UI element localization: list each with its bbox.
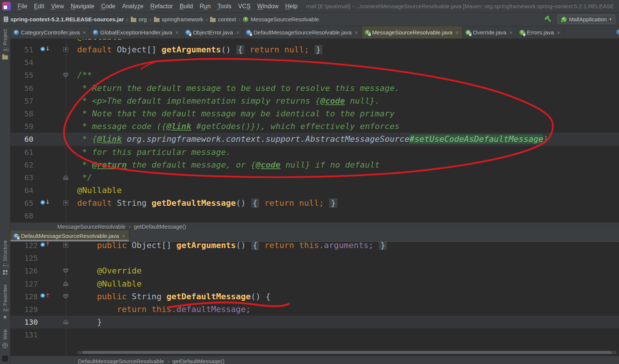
tab-override-java[interactable]: @Override.java×	[462, 26, 516, 39]
tool-button-2-favorites[interactable]: 2: Favorites★	[2, 284, 8, 320]
tool-button-web[interactable]: Web	[2, 329, 8, 348]
line-number[interactable]: 60	[24, 133, 33, 146]
line-number[interactable]: 54	[24, 56, 33, 69]
close-icon[interactable]: ×	[455, 29, 459, 36]
code-line[interactable]: 126 @Override	[10, 264, 619, 277]
code-line[interactable]: 57 * <p>The default implementation simpl…	[10, 95, 619, 107]
code-line[interactable]: 54	[10, 56, 619, 69]
fold-icon[interactable]	[63, 73, 68, 77]
tab-categorycontroller-java[interactable]: CCategoryController.java×	[10, 26, 90, 39]
code-line[interactable]: 129 return this.defaultMessage;	[10, 303, 619, 316]
line-number[interactable]: 63	[24, 171, 33, 184]
line-number[interactable]: 55	[24, 69, 33, 82]
run-configuration-select[interactable]: MallApplication ▾	[558, 15, 615, 24]
code-line[interactable]: 128↑ public String getDefaultMessage() {	[10, 290, 619, 303]
tab-messagesourceresolvable-java[interactable]: IMessageSourceResolvable.java×	[362, 26, 462, 39]
close-icon[interactable]: ×	[122, 233, 125, 239]
code-line[interactable]: 63 */	[10, 171, 619, 184]
line-number[interactable]: 122	[24, 242, 38, 252]
menu-item-view[interactable]: View	[48, 3, 67, 10]
fold-icon[interactable]	[63, 319, 68, 324]
code-line[interactable]: 131	[10, 328, 619, 341]
tab-globalexceptionhandler-java[interactable]: CGlobalExceptionHandler.java×	[90, 26, 182, 39]
line-number[interactable]: 127	[24, 278, 38, 290]
code-line[interactable]: 127 @Nullable	[10, 278, 619, 290]
tab-objecterror-java[interactable]: CObjectError.java×	[182, 26, 243, 39]
code-line[interactable]: 65↓+default String getDefaultMessage() {…	[10, 197, 619, 209]
code-line[interactable]: @Nullable	[10, 39, 619, 43]
code-line[interactable]: 130 }	[10, 316, 619, 328]
code-line[interactable]: 62 * @return the default message, or {@c…	[10, 159, 619, 171]
fold-icon[interactable]	[63, 294, 68, 299]
code-line[interactable]: 60 * {@link org.springframework.context.…	[10, 133, 619, 146]
line-number[interactable]: 56	[24, 82, 33, 95]
line-number[interactable]: 128	[24, 290, 38, 303]
menu-item-vcs[interactable]: VCS	[235, 3, 254, 10]
implemented-gutter-icon[interactable]: ↓	[40, 199, 50, 205]
close-icon[interactable]: ×	[175, 29, 179, 36]
code-line[interactable]: 56 * Return the default message to be us…	[10, 82, 619, 95]
menu-item-file[interactable]: File	[14, 3, 31, 10]
menu-item-navigate[interactable]: Navigate	[67, 3, 98, 10]
line-number[interactable]: 58	[24, 107, 33, 120]
editor-lower[interactable]: 122↑+ public Object[] getArguments() { r…	[10, 242, 619, 356]
line-number[interactable]: 64	[24, 184, 33, 197]
fold-icon[interactable]	[63, 268, 68, 273]
overrides-gutter-icon[interactable]: ↑	[40, 293, 50, 299]
code-line[interactable]: 68	[10, 209, 619, 222]
breadcrumb-item[interactable]: spring-context-5.2.1.RELEASE-sources.jar	[4, 16, 124, 22]
code-line[interactable]: 125	[10, 252, 619, 264]
tool-button-1-project[interactable]: 1: Project	[2, 29, 8, 59]
menu-item-refactor[interactable]: Refactor	[147, 3, 176, 10]
breadcrumb-item[interactable]: MessageSourceResolvable	[57, 223, 126, 230]
breadcrumb-item[interactable]: springframework	[154, 16, 203, 22]
close-icon[interactable]: ×	[236, 29, 239, 36]
code-line[interactable]: 55/**	[10, 69, 619, 82]
horizontal-scrollbar[interactable]	[77, 351, 617, 354]
line-number[interactable]: 125	[24, 252, 38, 264]
menu-item-analyze[interactable]: Analyze	[119, 3, 147, 10]
fold-icon[interactable]: +	[63, 243, 68, 248]
code-line[interactable]: 59 * message code ({@link #getCodes()}),…	[10, 120, 619, 133]
fold-icon[interactable]	[63, 175, 68, 180]
tab-defaultmessagesourceresolvable-java[interactable]: CDefaultMessageSourceResolvable.java×	[10, 230, 129, 241]
fold-icon[interactable]	[63, 281, 68, 286]
overrides-gutter-icon[interactable]: ↑	[40, 242, 50, 247]
code-line[interactable]: 122↑+ public Object[] getArguments() { r…	[10, 242, 619, 252]
breadcrumb-item[interactable]: getDefaultMessage()	[134, 223, 186, 230]
code-line[interactable]: 61 * for this particular message.	[10, 146, 619, 159]
tool-window-corner-icon[interactable]	[2, 356, 8, 361]
breadcrumb-item[interactable]: DefaultMessageSourceResolvable	[78, 358, 164, 364]
build-hammer-icon[interactable]	[543, 14, 554, 25]
menu-item-build[interactable]: Build	[176, 3, 197, 10]
line-number[interactable]: 59	[24, 120, 33, 133]
menu-item-help[interactable]: Help	[282, 3, 301, 10]
breadcrumb-item[interactable]: IMessageSourceResolvable	[243, 16, 319, 22]
tab-errors-java[interactable]: IErrors.java×	[516, 26, 564, 39]
implemented-gutter-icon[interactable]: ↓	[40, 46, 50, 52]
line-number[interactable]: 129	[24, 303, 38, 316]
close-icon[interactable]: ×	[83, 29, 86, 36]
line-number[interactable]: 51	[24, 43, 33, 56]
line-number[interactable]: 68	[24, 209, 33, 222]
tool-button-7-structure[interactable]: 7: Structure	[2, 240, 8, 275]
line-number[interactable]: 131	[24, 328, 38, 341]
line-number[interactable]: 62	[24, 159, 33, 171]
menu-item-run[interactable]: Run	[196, 3, 214, 10]
breadcrumb-item[interactable]: context	[210, 16, 236, 22]
scrollbar-thumb[interactable]	[82, 351, 611, 354]
line-number[interactable]: 126	[24, 264, 38, 277]
menu-item-tools[interactable]: Tools	[214, 3, 235, 10]
line-number[interactable]: 61	[24, 146, 33, 159]
fold-icon[interactable]: +	[63, 47, 68, 52]
code-line[interactable]: 64@Nullable	[10, 184, 619, 197]
menu-item-code[interactable]: Code	[98, 3, 119, 10]
line-number[interactable]: 65	[24, 197, 33, 209]
breadcrumb-item[interactable]: org	[131, 16, 147, 22]
close-icon[interactable]: ×	[557, 29, 560, 36]
close-icon[interactable]: ×	[355, 29, 358, 36]
menu-item-edit[interactable]: Edit	[31, 3, 48, 10]
close-icon[interactable]: ×	[509, 29, 513, 36]
line-number[interactable]: 57	[24, 95, 33, 107]
code-line[interactable]: 51↓+default Object[] getArguments() { re…	[10, 43, 619, 56]
